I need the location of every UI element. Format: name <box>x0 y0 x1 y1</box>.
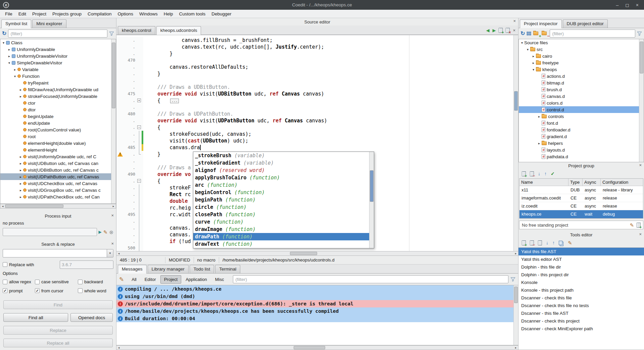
checkbox-box[interactable] <box>78 288 83 293</box>
tree-item-brush-d[interactable]: brush.d <box>519 86 644 93</box>
expand-icon[interactable]: ▸ <box>13 68 17 71</box>
fold-toggle-icon[interactable]: − <box>137 179 141 183</box>
menu-edit[interactable]: Edit <box>15 11 29 17</box>
expand-icon[interactable]: ▸ <box>537 141 541 145</box>
code-line[interactable]: 485 canvas.dra <box>116 144 518 151</box>
filter-editor[interactable]: Editor <box>141 275 160 284</box>
project-row-imageformats-coedit[interactable]: imageformats.coeditCEasyncrelease <box>519 194 643 202</box>
async-mode-icon[interactable]: ✓ <box>551 171 555 176</box>
minimize-icon[interactable]: – <box>616 2 618 8</box>
collapse-icon[interactable]: ▾ <box>531 68 536 71</box>
menu-compilation[interactable]: Compilation <box>85 11 114 17</box>
completion-item-circle[interactable]: circle (function) <box>193 203 374 211</box>
code-line[interactable]: . canvas.restoreAllDefaults; <box>116 64 518 70</box>
remove-tool-icon[interactable]: − <box>530 240 534 245</box>
completion-item-arc[interactable]: arc (function) <box>193 181 374 189</box>
collapse-icon[interactable]: ▾ <box>7 61 11 65</box>
tool-yatol-this-editor-ast[interactable]: Yatol this editor AST <box>518 255 644 263</box>
go-forward-icon[interactable]: ▶ <box>492 28 496 33</box>
symbol-filter-input[interactable] <box>8 30 107 38</box>
close-window-icon[interactable]: × <box>636 2 639 8</box>
expand-icon[interactable]: ▸ <box>18 88 23 92</box>
checkbox-box[interactable] <box>3 262 7 267</box>
option-prompt[interactable]: ✓prompt <box>3 288 35 293</box>
expand-icon[interactable]: ▸ <box>531 61 536 65</box>
collapse-icon[interactable]: ▾ <box>526 48 530 51</box>
code-editor[interactable]: . canvas.fillBrush = _brushFont;. canvas… <box>116 35 518 251</box>
code-line[interactable]: . visit(cast(UDButton) udc); <box>116 137 518 144</box>
doc-tab-kheops-udcontrols[interactable]: kheops.udcontrols <box>156 26 201 35</box>
completion-item-strokebrush[interactable]: _strokeBrush (variable) <box>193 152 374 159</box>
tree-item-actions-d[interactable]: actions.d <box>519 73 644 79</box>
scroll-left-icon[interactable]: ◂ <box>116 252 121 255</box>
expand-icon[interactable]: ▸ <box>18 195 23 199</box>
tree-item-cairo[interactable]: ▸cairo <box>519 53 644 59</box>
expand-icon[interactable]: ▸ <box>18 162 23 165</box>
expand-icon[interactable]: ▸ <box>7 54 11 58</box>
tree-item-visit-udpathcheckbox-udc-ref-can[interactable]: ▸visit(UDPathCheckBox udc, ref Can <box>0 193 116 200</box>
checkbox-box[interactable] <box>35 280 40 284</box>
message-row[interactable]: icompiling / ... /kheops/kheops.ce <box>116 285 518 293</box>
checkbox-box[interactable] <box>78 280 83 284</box>
expand-icon[interactable]: ▸ <box>18 188 23 192</box>
code-line[interactable]: 470 <box>116 57 518 64</box>
messages-vscrollbar[interactable] <box>513 285 518 345</box>
tree-item-pathdata-d[interactable]: pathdata.d <box>519 153 644 160</box>
collapse-icon[interactable]: ▾ <box>1 41 6 45</box>
completion-item-drawtext[interactable]: drawText (function) <box>193 240 374 248</box>
completion-item-closepath[interactable]: closePath (function) <box>193 211 374 218</box>
code-line[interactable]: . /// Draws a UDBitButton. <box>116 84 518 91</box>
tree-item-elementheight-double-value[interactable]: elementHeight(double value) <box>0 140 116 147</box>
tree-item-function[interactable]: ▾Function <box>0 73 116 79</box>
close-tools-editor-icon[interactable]: × <box>639 232 642 237</box>
tree-item-variable[interactable]: ▸Variable <box>0 66 116 73</box>
tree-item-visit-udgroupbox-udc-ref-canvas-c[interactable]: ▸visit(UDGroupBox udc, ref Canvas c <box>0 187 116 193</box>
checkbox-box[interactable]: ✓ <box>3 288 7 293</box>
expand-icon[interactable]: ▸ <box>18 168 23 172</box>
tree-item-visit-udbitbutton-udc-ref-canvas-c[interactable]: ▸visit(UDBitButton udc, ref Canvas c <box>0 167 116 173</box>
message-row[interactable]: iBuild duration: 00:00:04 <box>116 315 518 322</box>
expand-icon[interactable]: ▸ <box>537 115 541 118</box>
editor-vscrollbar[interactable] <box>513 35 518 251</box>
kill-process-icon[interactable]: ⊗ <box>109 230 113 235</box>
code-line[interactable]: . strokeFocused(udc, canvas); <box>116 131 518 137</box>
tree-item-visit-uniformlydrawable-udc-ref-c[interactable]: ▸visit(UniformlyDrawable udc, ref C <box>0 153 116 160</box>
filter-misc[interactable]: Misc <box>211 275 228 284</box>
tree-item-beginupdate[interactable]: beginUpdate <box>0 113 116 120</box>
tool-dolphin-this-file-dir[interactable]: Dolphin - this file dir <box>518 263 644 271</box>
clear-messages-icon[interactable]: ✎ <box>119 277 124 282</box>
close-project-group-icon[interactable]: × <box>639 163 642 168</box>
tool-dscanner-this-file-ast[interactable]: Dscanner - this file AST <box>518 309 644 317</box>
remove-project-icon[interactable]: − <box>530 171 534 176</box>
scroll-left-icon[interactable]: ◂ <box>116 346 121 349</box>
code-line[interactable]: . } <box>116 70 518 77</box>
menu-project[interactable]: Project <box>29 11 49 17</box>
tree-item-src[interactable]: ▾src <box>519 46 644 53</box>
checkbox-box[interactable]: ✓ <box>35 288 40 293</box>
code-line[interactable]: . } <box>116 50 518 57</box>
tree-item-bitmap-d[interactable]: bitmap.d <box>519 79 644 86</box>
collapse-icon[interactable]: ▾ <box>13 74 17 78</box>
menu-options[interactable]: Options <box>114 11 136 17</box>
tool-yatol-this-file-ast[interactable]: Yatol this file AST <box>518 248 644 255</box>
option-backward[interactable]: backward <box>78 279 113 284</box>
code-line[interactable]: . canvas.text(rc, udc.caption[], Justify… <box>116 44 518 50</box>
tab-terminal[interactable]: Terminal <box>215 265 240 273</box>
tool-konsole-this-project-path[interactable]: Konsole - this project path <box>518 286 644 294</box>
process-input-field[interactable] <box>3 228 97 236</box>
add-folder-icon[interactable]: + <box>533 31 540 36</box>
doc-tab-kheops-control[interactable]: kheops.control <box>118 26 155 35</box>
completion-scrollbar[interactable] <box>369 152 374 248</box>
option-from-cursor[interactable]: ✓from cursor <box>35 288 78 293</box>
add-free-project-icon[interactable]: + <box>637 223 641 228</box>
expand-icon[interactable]: ▸ <box>531 54 536 58</box>
project-filter-input[interactable] <box>550 30 635 38</box>
tab-dub-project-editor[interactable]: DUB project editor <box>563 19 608 28</box>
move-tool-down-icon[interactable]: ↓ <box>546 240 548 245</box>
expand-icon[interactable]: ▸ <box>18 175 23 179</box>
tree-item-filldrawarea-uniformlydrawable-ud[interactable]: ▸fillDrawArea(UniformlyDrawable ud <box>0 86 116 93</box>
remove-folder-icon[interactable]: − <box>541 31 548 36</box>
tree-item-controls[interactable]: ▸controls <box>519 113 644 120</box>
column-header[interactable]: Configuration <box>601 179 643 186</box>
menu-projects-group[interactable]: Projects group <box>49 11 85 17</box>
